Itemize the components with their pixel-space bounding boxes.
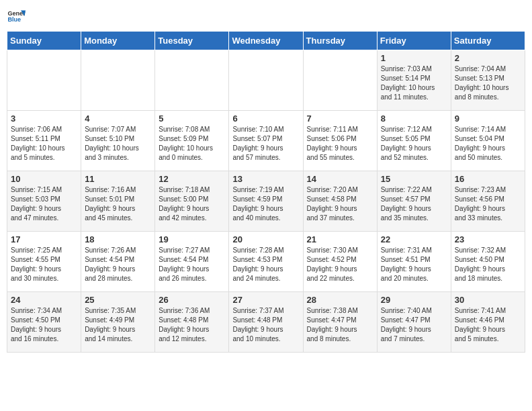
column-header-thursday: Thursday [303, 32, 377, 50]
calendar-cell: 18Sunrise: 7:26 AM Sunset: 4:54 PM Dayli… [81, 232, 155, 292]
day-info: Sunrise: 7:31 AM Sunset: 4:51 PM Dayligh… [381, 246, 447, 283]
day-number: 12 [159, 174, 225, 184]
calendar-cell [155, 50, 229, 111]
day-number: 25 [85, 295, 151, 305]
calendar-cell: 26Sunrise: 7:36 AM Sunset: 4:48 PM Dayli… [155, 292, 229, 353]
week-row-1: 1Sunrise: 7:03 AM Sunset: 5:14 PM Daylig… [7, 50, 525, 111]
day-info: Sunrise: 7:14 AM Sunset: 5:04 PM Dayligh… [455, 125, 521, 163]
calendar-cell [7, 50, 81, 111]
column-header-friday: Friday [377, 32, 451, 50]
day-info: Sunrise: 7:19 AM Sunset: 4:59 PM Dayligh… [232, 185, 299, 223]
calendar-cell: 5Sunrise: 7:08 AM Sunset: 5:09 PM Daylig… [155, 111, 229, 171]
header-row: SundayMondayTuesdayWednesdayThursdayFrid… [7, 32, 525, 50]
day-info: Sunrise: 7:28 AM Sunset: 4:53 PM Dayligh… [232, 246, 299, 283]
calendar-cell: 9Sunrise: 7:14 AM Sunset: 5:04 PM Daylig… [451, 111, 525, 171]
day-number: 28 [307, 295, 373, 305]
calendar-cell: 20Sunrise: 7:28 AM Sunset: 4:53 PM Dayli… [229, 232, 303, 292]
calendar-cell: 10Sunrise: 7:15 AM Sunset: 5:03 PM Dayli… [7, 171, 81, 232]
column-header-monday: Monday [81, 32, 155, 50]
calendar-cell: 27Sunrise: 7:37 AM Sunset: 4:48 PM Dayli… [229, 292, 303, 353]
calendar-cell: 28Sunrise: 7:38 AM Sunset: 4:47 PM Dayli… [303, 292, 377, 353]
day-number: 4 [85, 113, 151, 124]
day-number: 26 [159, 295, 225, 305]
day-number: 30 [455, 295, 521, 305]
day-info: Sunrise: 7:11 AM Sunset: 5:06 PM Dayligh… [307, 125, 373, 163]
day-info: Sunrise: 7:16 AM Sunset: 5:01 PM Dayligh… [85, 185, 151, 223]
day-info: Sunrise: 7:26 AM Sunset: 4:54 PM Dayligh… [85, 246, 151, 283]
day-info: Sunrise: 7:27 AM Sunset: 4:54 PM Dayligh… [159, 246, 225, 283]
day-info: Sunrise: 7:35 AM Sunset: 4:49 PM Dayligh… [85, 306, 151, 344]
day-number: 9 [455, 113, 521, 124]
calendar-cell [303, 50, 377, 111]
day-number: 3 [11, 113, 77, 124]
column-header-sunday: Sunday [7, 32, 81, 50]
column-header-tuesday: Tuesday [155, 32, 229, 50]
calendar-cell: 6Sunrise: 7:10 AM Sunset: 5:07 PM Daylig… [229, 111, 303, 171]
calendar-cell: 22Sunrise: 7:31 AM Sunset: 4:51 PM Dayli… [377, 232, 451, 292]
week-row-5: 24Sunrise: 7:34 AM Sunset: 4:50 PM Dayli… [7, 292, 525, 353]
week-row-4: 17Sunrise: 7:25 AM Sunset: 4:55 PM Dayli… [7, 232, 525, 292]
day-info: Sunrise: 7:18 AM Sunset: 5:00 PM Dayligh… [159, 185, 225, 223]
day-info: Sunrise: 7:03 AM Sunset: 5:14 PM Dayligh… [381, 64, 447, 102]
column-header-saturday: Saturday [451, 32, 525, 50]
day-number: 8 [381, 113, 447, 124]
day-number: 13 [232, 174, 299, 184]
calendar-cell: 7Sunrise: 7:11 AM Sunset: 5:06 PM Daylig… [303, 111, 377, 171]
calendar-cell: 23Sunrise: 7:32 AM Sunset: 4:50 PM Dayli… [451, 232, 525, 292]
calendar-cell: 24Sunrise: 7:34 AM Sunset: 4:50 PM Dayli… [7, 292, 81, 353]
day-info: Sunrise: 7:07 AM Sunset: 5:10 PM Dayligh… [85, 125, 151, 163]
day-number: 11 [85, 174, 151, 184]
calendar-cell: 8Sunrise: 7:12 AM Sunset: 5:05 PM Daylig… [377, 111, 451, 171]
week-row-3: 10Sunrise: 7:15 AM Sunset: 5:03 PM Dayli… [7, 171, 525, 232]
day-info: Sunrise: 7:36 AM Sunset: 4:48 PM Dayligh… [159, 306, 225, 344]
day-info: Sunrise: 7:08 AM Sunset: 5:09 PM Dayligh… [159, 125, 225, 163]
day-number: 2 [455, 53, 521, 63]
day-info: Sunrise: 7:10 AM Sunset: 5:07 PM Dayligh… [232, 125, 299, 163]
logo-icon: General Blue [7, 7, 26, 26]
day-number: 20 [232, 234, 299, 244]
calendar-cell: 30Sunrise: 7:41 AM Sunset: 4:46 PM Dayli… [451, 292, 525, 353]
day-info: Sunrise: 7:41 AM Sunset: 4:46 PM Dayligh… [455, 306, 521, 344]
day-number: 29 [381, 295, 447, 305]
day-info: Sunrise: 7:38 AM Sunset: 4:47 PM Dayligh… [307, 306, 373, 344]
day-number: 27 [232, 295, 299, 305]
day-number: 1 [381, 53, 447, 63]
calendar-cell: 2Sunrise: 7:04 AM Sunset: 5:13 PM Daylig… [451, 50, 525, 111]
day-info: Sunrise: 7:23 AM Sunset: 4:56 PM Dayligh… [455, 185, 521, 223]
calendar-cell: 3Sunrise: 7:06 AM Sunset: 5:11 PM Daylig… [7, 111, 81, 171]
day-number: 6 [232, 113, 299, 124]
day-number: 23 [455, 234, 521, 244]
day-number: 14 [307, 174, 373, 184]
day-info: Sunrise: 7:12 AM Sunset: 5:05 PM Dayligh… [381, 125, 447, 163]
day-info: Sunrise: 7:30 AM Sunset: 4:52 PM Dayligh… [307, 246, 373, 283]
day-number: 7 [307, 113, 373, 124]
day-number: 15 [381, 174, 447, 184]
calendar-cell: 12Sunrise: 7:18 AM Sunset: 5:00 PM Dayli… [155, 171, 229, 232]
calendar-cell [229, 50, 303, 111]
day-number: 21 [307, 234, 373, 244]
day-info: Sunrise: 7:34 AM Sunset: 4:50 PM Dayligh… [11, 306, 77, 344]
day-info: Sunrise: 7:06 AM Sunset: 5:11 PM Dayligh… [11, 125, 77, 163]
calendar-cell: 14Sunrise: 7:20 AM Sunset: 4:58 PM Dayli… [303, 171, 377, 232]
day-info: Sunrise: 7:32 AM Sunset: 4:50 PM Dayligh… [455, 246, 521, 283]
day-info: Sunrise: 7:20 AM Sunset: 4:58 PM Dayligh… [307, 185, 373, 223]
calendar-cell: 11Sunrise: 7:16 AM Sunset: 5:01 PM Dayli… [81, 171, 155, 232]
calendar-cell: 19Sunrise: 7:27 AM Sunset: 4:54 PM Dayli… [155, 232, 229, 292]
calendar-cell: 16Sunrise: 7:23 AM Sunset: 4:56 PM Dayli… [451, 171, 525, 232]
calendar-cell: 25Sunrise: 7:35 AM Sunset: 4:49 PM Dayli… [81, 292, 155, 353]
day-number: 22 [381, 234, 447, 244]
day-number: 10 [11, 174, 77, 184]
day-info: Sunrise: 7:22 AM Sunset: 4:57 PM Dayligh… [381, 185, 447, 223]
day-info: Sunrise: 7:04 AM Sunset: 5:13 PM Dayligh… [455, 64, 521, 102]
day-info: Sunrise: 7:15 AM Sunset: 5:03 PM Dayligh… [11, 185, 77, 223]
header: General Blue [7, 7, 525, 26]
calendar-cell: 15Sunrise: 7:22 AM Sunset: 4:57 PM Dayli… [377, 171, 451, 232]
day-number: 16 [455, 174, 521, 184]
day-number: 24 [11, 295, 77, 305]
calendar-cell: 1Sunrise: 7:03 AM Sunset: 5:14 PM Daylig… [377, 50, 451, 111]
day-number: 5 [159, 113, 225, 124]
calendar-cell: 17Sunrise: 7:25 AM Sunset: 4:55 PM Dayli… [7, 232, 81, 292]
calendar-table: SundayMondayTuesdayWednesdayThursdayFrid… [7, 31, 525, 353]
calendar-cell: 29Sunrise: 7:40 AM Sunset: 4:47 PM Dayli… [377, 292, 451, 353]
day-number: 17 [11, 234, 77, 244]
